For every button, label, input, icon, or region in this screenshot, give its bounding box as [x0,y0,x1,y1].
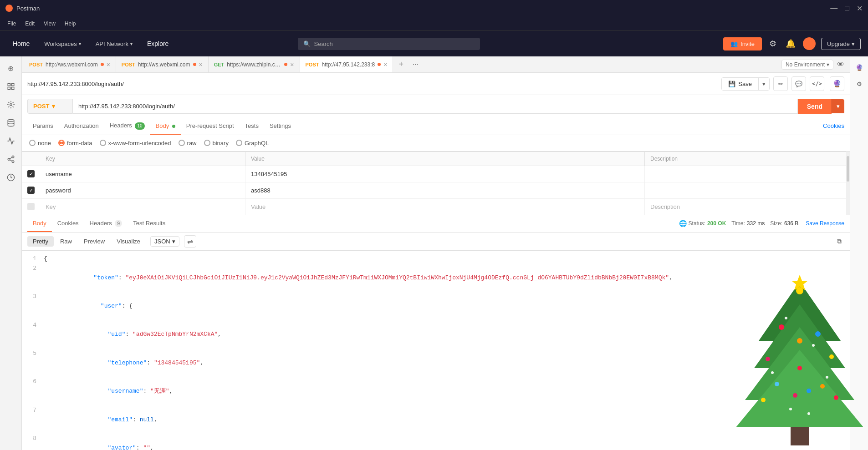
settings-icon[interactable]: ⚙ [767,37,778,51]
upgrade-button[interactable]: Upgrade ▾ [821,38,861,50]
resp-tab-test-results[interactable]: Test Results [128,215,171,232]
resp-tab-body[interactable]: Body [27,215,52,232]
workspaces-nav[interactable]: Workspaces ▾ [39,38,86,50]
tab-2-close[interactable]: × [290,61,294,68]
minimize-button[interactable]: — [830,4,837,13]
sidebar-item-history[interactable] [3,169,19,186]
search-bar[interactable]: 🔍 Search [298,38,480,50]
username-checkbox[interactable]: ✓ [27,170,35,177]
menu-view[interactable]: View [44,20,56,27]
format-preview[interactable]: Preview [78,236,110,247]
copy-icon[interactable]: ⧉ [834,236,844,247]
method-select[interactable]: POST ▾ [27,99,73,114]
format-pretty[interactable]: Pretty [27,236,54,247]
sidebar-item-new[interactable]: ⊕ [3,60,19,76]
more-tabs-button[interactable]: ··· [409,61,422,69]
json-format-select[interactable]: JSON ▾ [150,236,179,247]
option-raw[interactable]: raw [179,140,197,147]
save-dropdown-button[interactable]: ▾ [758,78,769,90]
vertical-scrollbar[interactable] [846,152,850,215]
add-tab-button[interactable]: + [393,60,409,69]
format-visualize[interactable]: Visualize [111,236,146,247]
menu-file[interactable]: File [7,20,16,27]
tab-body[interactable]: Body [150,118,181,135]
tab-2[interactable]: GET https://www.zhipin.com × [209,56,300,73]
send-button[interactable]: Send [798,99,832,114]
api-network-nav[interactable]: API Network ▾ [90,38,138,50]
right-panel-icon-2[interactable]: ⚙ [852,76,867,91]
binary-radio[interactable] [204,140,210,146]
tab-1[interactable]: POST http://ws.webxml.com × [116,56,209,73]
tab-3[interactable]: POST http://47.95.142.233:8 × [300,56,393,73]
form-key-empty[interactable]: Key [40,199,245,215]
form-check-password[interactable]: ✓ [22,187,40,194]
password-checkbox[interactable]: ✓ [27,187,35,194]
option-binary[interactable]: binary [204,140,229,147]
option-form-data[interactable]: form-data [58,140,92,147]
tab-pre-request[interactable]: Pre-request Script [181,118,240,135]
tab-tests[interactable]: Tests [240,118,264,135]
svg-point-5 [8,120,14,122]
raw-radio[interactable] [179,140,185,146]
env-dropdown[interactable]: No Environment ▾ [781,60,833,70]
sidebar-item-apis[interactable] [3,96,19,113]
window-controls[interactable]: — □ ✕ [830,4,863,13]
env-eye-icon[interactable]: 👁 [837,61,844,69]
code-button[interactable]: </> [810,76,824,91]
form-data-radio[interactable] [58,140,65,146]
env-chevron-icon: ▾ [827,61,829,68]
sidebar-item-collections[interactable] [3,78,19,95]
graphql-radio[interactable] [236,140,242,146]
svg-rect-1 [11,83,14,86]
save-button[interactable]: 💾 Save [722,78,758,90]
urlencoded-radio[interactable] [100,140,106,146]
tab-settings[interactable]: Settings [264,118,296,135]
maximize-button[interactable]: □ [845,4,849,13]
form-value-password[interactable]: asd888 [245,182,645,198]
cookies-link[interactable]: Cookies [823,122,844,129]
tab-headers[interactable]: Headers 10 [104,117,150,135]
sidebar-item-mock[interactable] [3,133,19,149]
size-label: Size: [770,220,782,227]
form-table: Key Value Description ✓ username 1348454… [22,151,850,215]
save-response-button[interactable]: Save Response [806,220,844,227]
form-value-username[interactable]: 13484545195 [245,166,645,182]
magic-wand-icon[interactable]: 🔮 [830,76,844,91]
close-button[interactable]: ✕ [857,4,863,13]
wrap-icon[interactable]: ⇌ [184,235,196,248]
sidebar-item-flows[interactable] [3,151,19,167]
notification-icon[interactable]: 🔔 [784,37,797,51]
tab-1-close[interactable]: × [199,61,203,68]
none-radio[interactable] [29,140,36,146]
option-none[interactable]: none [29,140,51,147]
menu-help[interactable]: Help [65,20,76,27]
tab-params[interactable]: Params [27,118,59,135]
empty-checkbox[interactable] [27,203,35,210]
home-nav[interactable]: Home [7,37,35,50]
resp-tab-headers[interactable]: Headers 9 [84,215,128,233]
tab-0[interactable]: POST http://ws.webxml.com × [24,56,116,73]
comment-button[interactable]: 💬 [791,76,806,91]
form-value-empty[interactable]: Value [245,199,645,215]
url-input[interactable] [73,99,798,114]
right-panel-icon-1[interactable]: 🔮 [852,60,867,75]
avatar[interactable] [803,37,816,50]
explore-nav[interactable]: Explore [142,37,174,50]
form-check-username[interactable]: ✓ [22,170,40,177]
sidebar-item-environments[interactable] [3,115,19,131]
menu-edit[interactable]: Edit [25,20,35,27]
tab-authorization[interactable]: Authorization [59,118,104,135]
option-graphql[interactable]: GraphQL [236,140,269,147]
option-urlencoded[interactable]: x-www-form-urlencoded [100,140,171,147]
save-button-group: 💾 Save ▾ [721,77,770,91]
edit-button[interactable]: ✏ [773,76,788,91]
form-key-password[interactable]: password [40,182,245,198]
scrollbar-thumb[interactable] [847,156,849,182]
invite-button[interactable]: 👥 Invite [723,37,762,51]
resp-tab-cookies[interactable]: Cookies [52,215,84,232]
tab-0-close[interactable]: × [107,61,110,68]
send-dropdown-button[interactable]: ▾ [832,99,844,113]
format-raw[interactable]: Raw [55,236,77,247]
tab-3-close[interactable]: × [383,61,387,68]
form-key-username[interactable]: username [40,166,245,182]
